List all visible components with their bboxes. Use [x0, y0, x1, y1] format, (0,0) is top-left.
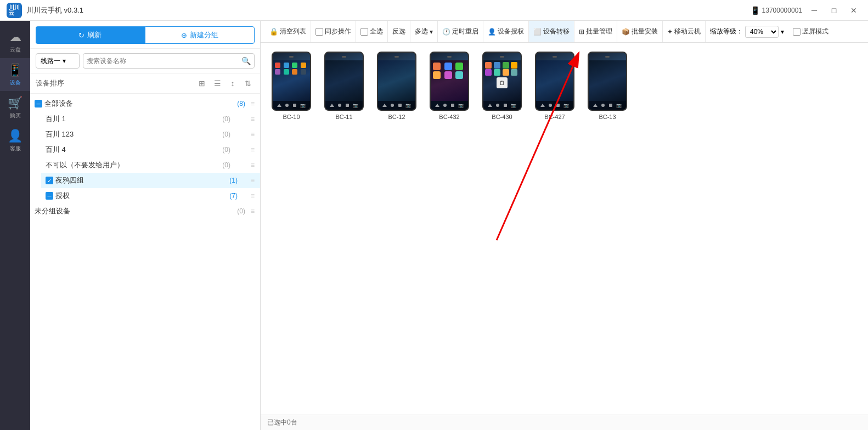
tree-item-group-0[interactable]: 百川 1 (0) ✖ ✏ ≡: [41, 111, 260, 127]
scheduled-restart-button[interactable]: 🕐 定时重启: [438, 21, 483, 43]
invert-select-button[interactable]: 反选: [388, 21, 410, 43]
device-card-bc430[interactable]: 🗒 📷 BC-430: [480, 52, 524, 120]
delete-icon-3[interactable]: ✖: [236, 161, 241, 169]
device-card-bc11[interactable]: 📷 BC-11: [322, 52, 366, 120]
edit-icon-3[interactable]: ✏: [243, 161, 249, 169]
ungrouped-label: 未分组设备: [35, 206, 235, 216]
device-screen-bc13: 📷: [588, 52, 627, 111]
clear-list-button[interactable]: 🔒 清空列表: [265, 21, 311, 43]
layers-icon[interactable]: ⊞: [195, 77, 208, 90]
tree-item-ungrouped[interactable]: 未分组设备 (0) ≡: [30, 203, 260, 219]
all-devices-checkbox[interactable]: ─: [35, 100, 42, 108]
zoom-select[interactable]: 40% 60% 80% 100%: [745, 26, 779, 38]
device-card-bc427[interactable]: 📷 BC-427: [533, 52, 577, 120]
multi-select-button[interactable]: 多选 ▾: [410, 21, 438, 43]
delete-icon-2[interactable]: ✖: [236, 146, 241, 154]
phone-icon: 📱: [751, 6, 760, 15]
sort-alpha-icon[interactable]: ↕: [226, 77, 239, 90]
sidebar-item-service[interactable]: 👤 客服: [0, 124, 30, 157]
zoom-expand-icon[interactable]: ▾: [781, 28, 784, 36]
nav-home-427: [549, 104, 552, 107]
maximize-button[interactable]: □: [826, 3, 842, 18]
select-all-checkbox[interactable]: [360, 28, 368, 36]
delete-icon-0[interactable]: ✖: [236, 115, 241, 123]
tree-item-group-4[interactable]: ✓ 夜鸦四组 (1) ✏ ≡: [41, 173, 260, 188]
group-4-checkbox[interactable]: ✓: [46, 177, 53, 184]
group-count-2: (0): [222, 146, 230, 154]
device-name-bc13: BC-13: [599, 114, 616, 120]
sidebar-item-purchase[interactable]: 🛒 购买: [0, 91, 30, 124]
edit-icon-5[interactable]: ✏: [243, 192, 249, 200]
search-bar: 线路一 ▾ 🔍: [30, 49, 260, 73]
refresh-icon: ↻: [78, 31, 84, 39]
tree-item-group-3[interactable]: 不可以（不要发给用户） (0) ✖ ✏ ≡: [41, 157, 260, 173]
nav-home: [285, 104, 289, 107]
ungrouped-count: (0): [237, 207, 245, 215]
device-auth-button[interactable]: 👤 设备授权: [483, 21, 529, 43]
titlebar-right: 📱 13700000001 ─ □ ✕: [751, 3, 861, 18]
device-card-bc12[interactable]: 📷 BC-12: [375, 52, 419, 120]
move-cloud-button[interactable]: ✦ 移动云机: [663, 21, 706, 43]
minimize-button[interactable]: ─: [807, 3, 822, 18]
edit-icon-0[interactable]: ✏: [243, 115, 249, 123]
plus-icon: ⊕: [181, 31, 187, 39]
tree-item-group-1[interactable]: 百川 123 (0) ✖ ✏ ≡: [41, 127, 260, 142]
nav-recent-430: [504, 104, 507, 107]
sidebar-item-device[interactable]: 📱 设备: [0, 58, 30, 91]
nav-back-430: [488, 104, 492, 107]
search-input[interactable]: [87, 57, 241, 65]
titlebar-left: 川川云 川川云手机 v0.3.1: [7, 3, 83, 18]
delete-icon-1[interactable]: ✖: [236, 131, 241, 138]
tree-item-group-5[interactable]: ─ 授权 (7) ✏ ≡: [41, 188, 260, 203]
batch-mgmt-button[interactable]: ⊞ 批量管理: [574, 21, 617, 43]
select-all-button[interactable]: 全选: [356, 21, 388, 43]
device-transfer-button[interactable]: ⬜ 设备转移: [529, 21, 574, 43]
search-icon[interactable]: 🔍: [241, 56, 251, 65]
device-sort-row: 设备排序 ⊞ ☰ ↕ ⇅: [30, 73, 260, 94]
device-card-bc10[interactable]: 📷 BC-10: [269, 52, 313, 120]
batch-install-button[interactable]: 📦 批量安装: [617, 21, 663, 43]
sync-ops-button[interactable]: 同步操作: [311, 21, 356, 43]
close-button[interactable]: ✕: [846, 3, 861, 18]
group-count-3: (0): [222, 161, 230, 169]
nav-home-11: [338, 104, 341, 107]
sort-label: 设备排序: [36, 78, 195, 88]
right-panel: 🔒 清空列表 同步操作 全选 反选 多选 ▾: [261, 21, 868, 430]
device-card-bc13[interactable]: 📷 BC-13: [585, 52, 629, 120]
transfer-icon: ⬜: [533, 28, 542, 36]
nav-back-11: [330, 104, 334, 107]
multi-dropdown-icon: ▾: [430, 28, 433, 36]
list-icon[interactable]: ☰: [211, 77, 224, 90]
sidebar-label-service: 客服: [10, 145, 21, 152]
edit-icon-4[interactable]: ✏: [243, 177, 249, 184]
drag-handle-0: ≡: [251, 115, 255, 123]
group-count-0: (0): [222, 115, 230, 123]
edit-icon-2[interactable]: ✏: [243, 146, 249, 154]
edit-icon-1[interactable]: ✏: [243, 131, 249, 138]
tree-item-all-devices[interactable]: ─ 全部设备 (8) ≡: [30, 96, 260, 111]
portrait-mode-button[interactable]: 竖屏模式: [788, 21, 833, 43]
nav-back-432: [435, 104, 439, 107]
sort-num-icon[interactable]: ⇅: [241, 77, 255, 90]
device-grid: 📷 BC-10 📷 BC-11: [261, 43, 868, 415]
refresh-button[interactable]: ↻ 刷新: [36, 26, 145, 44]
route-select[interactable]: 线路一 ▾: [36, 53, 80, 69]
sort-icons: ⊞ ☰ ↕ ⇅: [195, 77, 255, 90]
group-label-3: 不可以（不要发给用户）: [46, 160, 220, 170]
group-5-checkbox[interactable]: ─: [46, 192, 53, 200]
group-label-5: 授权: [55, 191, 227, 201]
all-devices-count: (8): [237, 100, 245, 108]
portrait-checkbox[interactable]: [793, 28, 801, 36]
zoom-label: 缩放等级：: [710, 27, 743, 36]
device-icon: 📱: [8, 63, 22, 77]
device-card-bc432[interactable]: 📷 BC-432: [427, 52, 471, 120]
tree-item-group-2[interactable]: 百川 4 (0) ✖ ✏ ≡: [41, 142, 260, 157]
sync-checkbox[interactable]: [315, 28, 323, 36]
new-group-button[interactable]: ⊕ 新建分组: [145, 26, 255, 44]
group-count-4: (1): [229, 177, 238, 184]
cloud-move-icon: ✦: [667, 28, 673, 36]
service-icon: 👤: [8, 129, 22, 143]
sidebar-item-cloud[interactable]: ☁ 云盘: [0, 25, 30, 58]
nav-back-13: [593, 104, 598, 107]
device-screen-bc427: 📷: [535, 52, 574, 111]
